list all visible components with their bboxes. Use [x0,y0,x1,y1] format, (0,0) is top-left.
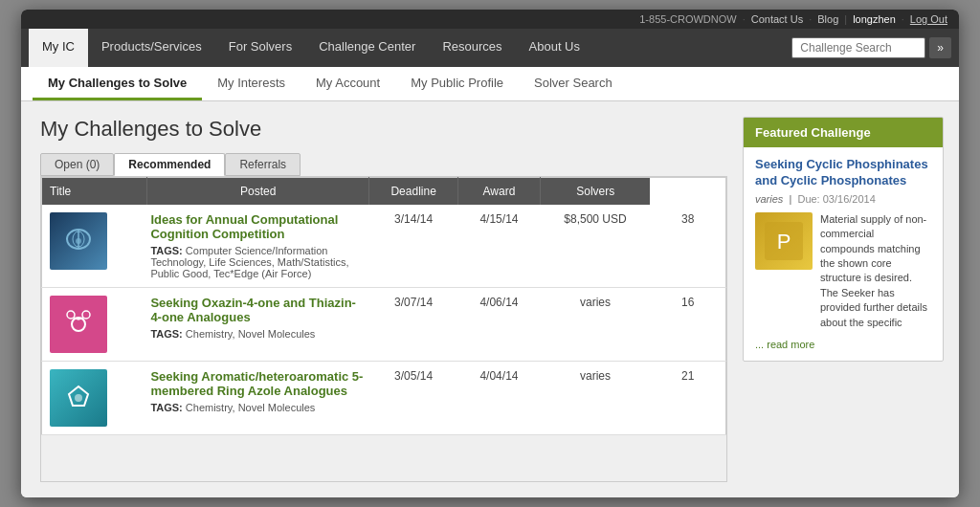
featured-thumbnail: P [755,212,813,270]
top-bar: 1-855-CROWDNOW · Contact Us · Blog | lon… [21,10,959,29]
featured-challenge-card: Featured Challenge Seeking Cyclic Phosph… [743,117,944,362]
col-header-award: Award [457,178,540,206]
col-header-posted: Posted [146,178,369,206]
svg-point-10 [75,394,82,402]
subnav-my-challenges[interactable]: My Challenges to Solve [33,68,202,100]
posted-cell-1: 3/14/14 [369,205,457,288]
main-nav: My IC Products/Services For Solvers Chal… [21,29,959,67]
phone-number: 1-855-CROWDNOW [639,13,736,25]
featured-thumb-icon: P [760,217,808,265]
col-header-solvers: Solvers [541,178,651,206]
search-button[interactable]: » [929,37,951,58]
logout-link[interactable]: Log Out [910,13,947,25]
nav-resources[interactable]: Resources [429,29,515,67]
award-cell-3: varies [541,362,651,435]
subnav-my-account[interactable]: My Account [301,68,395,100]
challenge-tags-1: TAGS: Computer Science/Information Techn… [150,245,366,279]
challenge-title-3[interactable]: Seeking Aromatic/heteroaromatic 5-member… [150,369,363,398]
search-area: » [791,29,951,67]
challenge-tags-3: TAGS: Chemistry, Novel Molecules [150,402,366,413]
col-header-deadline: Deadline [369,178,457,206]
sub-nav: My Challenges to Solve My Interests My A… [21,67,959,101]
challenge-tags-2: TAGS: Chemistry, Novel Molecules [150,328,366,340]
deadline-cell-1: 4/15/14 [457,205,540,288]
nav-for-solvers[interactable]: For Solvers [215,29,305,67]
info-cell-2: Seeking Oxazin-4-one and Thiazin-4-one A… [146,288,369,362]
challenge-title-2[interactable]: Seeking Oxazin-4-one and Thiazin-4-one A… [150,296,356,324]
deadline-cell-3: 4/04/14 [457,362,540,435]
challenges-table-wrapper: Title Posted Deadline Award Solvers [40,176,727,482]
svg-text:P: P [777,230,791,254]
posted-cell-3: 3/05/14 [369,362,457,435]
solvers-cell-2: 16 [650,288,725,362]
brain-icon [59,222,98,260]
tab-open[interactable]: Open (0) [40,153,114,176]
award-cell-2: varies [541,288,651,362]
svg-point-6 [82,311,90,319]
challenges-table: Title Posted Deadline Award Solvers [41,177,726,435]
thumbnail-cell-3 [42,362,147,435]
svg-point-4 [72,318,85,331]
ring-icon [59,379,98,417]
solvers-cell-1: 38 [650,205,725,288]
featured-description: Material supply of non-commercial compou… [820,212,931,330]
tabs: Open (0) Recommended Referrals [40,153,727,176]
nav-challenge-center[interactable]: Challenge Center [305,29,429,67]
featured-varies: varies [755,193,783,205]
deadline-cell-2: 4/06/14 [457,288,540,362]
table-header-row: Title Posted Deadline Award Solvers [42,178,726,206]
nav-products-services[interactable]: Products/Services [88,29,215,67]
subnav-my-profile[interactable]: My Public Profile [395,68,519,100]
nav-about-us[interactable]: About Us [516,29,593,67]
challenge-thumbnail-1 [50,212,107,270]
tab-recommended[interactable]: Recommended [114,153,225,176]
molecule-icon [59,305,98,343]
thumbnail-cell-1 [42,205,147,288]
info-cell-3: Seeking Aromatic/heteroaromatic 5-member… [146,362,369,435]
subnav-my-interests[interactable]: My Interests [202,68,301,100]
table-row: Seeking Oxazin-4-one and Thiazin-4-one A… [42,288,726,362]
table-row: Seeking Aromatic/heteroaromatic 5-member… [42,362,726,435]
col-header-title: Title [42,178,147,206]
table-row: Ideas for Annual Computational Cognition… [42,205,726,288]
featured-meta: varies | Due: 03/16/2014 [755,193,931,205]
sidebar: Featured Challenge Seeking Cyclic Phosph… [743,117,944,482]
solvers-cell-3: 21 [650,362,725,435]
search-input[interactable] [791,37,925,58]
nav-my-ic[interactable]: My IC [29,29,88,67]
featured-challenge-title[interactable]: Seeking Cyclic Phosphinates and Cyclic P… [755,157,931,189]
tab-referrals[interactable]: Referrals [225,153,301,176]
main-content: My Challenges to Solve Open (0) Recommen… [40,117,727,482]
svg-point-3 [76,238,81,244]
subnav-solver-search[interactable]: Solver Search [519,68,628,100]
challenge-title-1[interactable]: Ideas for Annual Computational Cognition… [150,212,338,241]
featured-due: Due: 03/16/2014 [797,193,875,205]
contact-us-link[interactable]: Contact Us [751,13,803,25]
posted-cell-2: 3/07/14 [369,288,457,362]
content-area: My Challenges to Solve Open (0) Recommen… [21,101,959,497]
featured-body: Seeking Cyclic Phosphinates and Cyclic P… [744,147,943,361]
username: longzhen [853,13,896,25]
svg-point-5 [67,311,75,319]
blog-link[interactable]: Blog [817,13,838,25]
info-cell-1: Ideas for Annual Computational Cognition… [146,205,369,288]
featured-content-area: P Material supply of non-commercial comp… [755,212,931,330]
challenge-thumbnail-2 [50,296,107,353]
award-cell-1: $8,500 USD [541,205,651,288]
page-title: My Challenges to Solve [40,117,727,142]
thumbnail-cell-2 [42,288,147,362]
challenge-thumbnail-3 [50,369,107,427]
featured-header: Featured Challenge [744,118,943,147]
read-more-link[interactable]: ... read more [755,339,814,350]
